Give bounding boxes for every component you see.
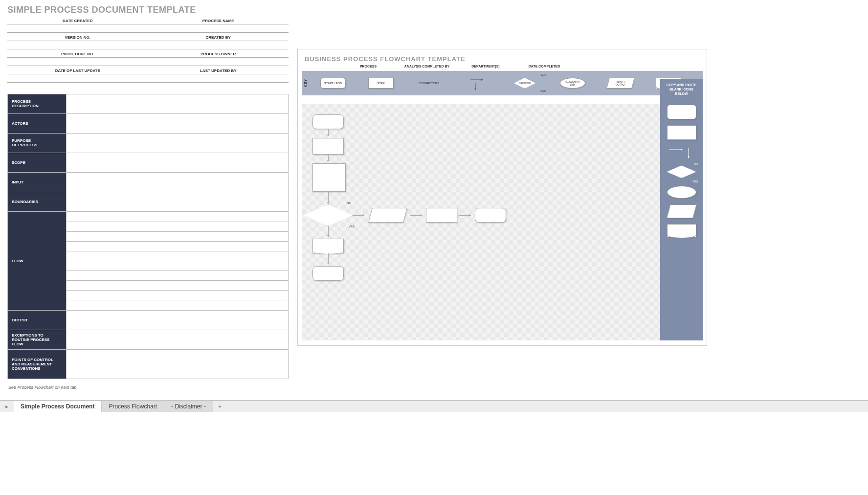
label-process-name: PROCESS NAME [148, 16, 289, 24]
tab-disclaimer[interactable]: - Disclaimer - [164, 401, 213, 412]
svg-marker-3 [474, 89, 476, 90]
canvas-step-2[interactable] [312, 163, 346, 192]
key-decision: NO DECISION YES [501, 78, 549, 89]
canvas-terminator-3[interactable] [312, 266, 344, 281]
value-last-updated-by[interactable] [148, 74, 289, 82]
section-flow: FLOW [8, 211, 67, 310]
arrow-v-1 [328, 129, 329, 136]
canvas-yes-label: YES [349, 225, 355, 228]
flow-meta-process: PROCESS [339, 65, 398, 68]
arrow-h-1 [353, 215, 364, 216]
section-process-description: PROCESS DESCRIPTION [8, 94, 67, 113]
copy-connector-icon[interactable] [667, 146, 696, 159]
section-scope: SCOPE [8, 153, 67, 172]
meta-table: DATE CREATEDPROCESS NAME VERSION NO.CREA… [7, 16, 289, 83]
cell-flow[interactable] [67, 211, 289, 310]
copy-decision-icon[interactable]: NO YES [667, 165, 696, 180]
copy-parallelogram-icon[interactable] [667, 204, 697, 218]
label-date-created: DATE CREATED [7, 16, 148, 24]
svg-marker-1 [481, 79, 483, 81]
value-procedure-no[interactable] [7, 57, 148, 66]
canvas-no-label: NO [347, 202, 351, 204]
arrow-v-4 [328, 226, 329, 237]
tab-nav-prev[interactable]: ▸ [0, 403, 14, 410]
copy-doc-icon[interactable] [667, 224, 696, 237]
cell-scope[interactable] [67, 153, 289, 172]
flowchart-meta: PROCESS ANALYSIS COMPLETED BY DEPARTMENT… [298, 65, 707, 71]
section-table: PROCESS DESCRIPTION ACTORS PURPOSE OF PR… [7, 94, 289, 379]
cell-output[interactable] [67, 310, 289, 330]
cell-actors[interactable] [67, 113, 289, 133]
tab-process-flowchart[interactable]: Process Flowchart [102, 401, 164, 412]
flowchart-panel: BUSINESS PROCESS FLOWCHART TEMPLATE PROC… [297, 49, 707, 346]
canvas-doc[interactable] [312, 239, 344, 253]
flowchart-title: BUSINESS PROCESS FLOWCHART TEMPLATE [298, 49, 707, 65]
label-created-by: CREATED BY [148, 32, 289, 41]
arrow-h-2 [410, 215, 422, 216]
label-procedure-no: PROCEDURE NO. [7, 49, 148, 57]
value-process-owner[interactable] [148, 57, 289, 66]
canvas-terminator-2[interactable] [475, 208, 506, 223]
canvas-terminator-1[interactable] [312, 114, 344, 129]
cell-exceptions[interactable] [67, 330, 289, 349]
key-label: KEY [302, 79, 309, 87]
label-last-updated-by: LAST UPDATED BY [148, 66, 289, 74]
canvas-io[interactable] [368, 208, 407, 223]
section-output: OUTPUT [8, 310, 67, 330]
copy-terminator-icon[interactable] [667, 105, 696, 119]
label-process-owner: PROCESS OWNER [148, 49, 289, 57]
key-connectors: CONNECTORS [405, 82, 453, 85]
section-boundaries: BOUNDARIES [8, 192, 67, 211]
connector-arrows-icon [469, 76, 484, 90]
section-exceptions: EXCEPTIONS TO ROUTINE PROCESS FLOW [8, 330, 67, 349]
arrow-v-5 [328, 253, 329, 264]
section-input: INPUT [8, 172, 67, 192]
copy-step-icon[interactable] [667, 125, 696, 140]
arrow-v-3 [328, 192, 329, 203]
copy-ellipse-icon[interactable] [667, 186, 696, 199]
flow-meta-dept: DEPARTMENT(S) [456, 65, 515, 68]
cell-input[interactable] [67, 172, 289, 192]
cell-points-control[interactable] [67, 349, 289, 379]
key-flowchart-link: FLOWCHART LINK [549, 78, 597, 89]
arrow-h-3 [459, 215, 471, 216]
section-points-control: POINTS OF CONTROL AND MEASUREMENT CONVEN… [8, 349, 67, 379]
canvas-area[interactable]: NO YES [302, 104, 660, 340]
canvas-step-1[interactable] [312, 138, 344, 155]
value-version-no[interactable] [7, 41, 148, 49]
key-connector-arrows [453, 76, 501, 90]
copy-panel: COPY AND PASTE BLANK ICONS BELOW NO YES [660, 79, 703, 340]
canvas-decision[interactable] [304, 204, 353, 226]
key-step: STEP [357, 78, 405, 89]
flow-meta-date: DATE COMPLETED [515, 65, 574, 68]
tab-simple-process-document[interactable]: Simple Process Document [14, 401, 102, 412]
footer-note: See Process Flowchart on next tab [7, 385, 289, 390]
label-version-no: VERSION NO. [7, 32, 148, 41]
section-actors: ACTORS [8, 113, 67, 133]
flow-sub-table [67, 212, 288, 310]
value-process-name[interactable] [148, 24, 289, 32]
value-date-last-update[interactable] [7, 74, 148, 82]
key-input-output: INPUT / OUTPUT [597, 78, 645, 89]
page-title: SIMPLE PROCESS DOCUMENT TEMPLATE [7, 5, 196, 15]
canvas-step-3[interactable] [426, 208, 457, 223]
tab-add-button[interactable]: + [213, 403, 227, 410]
svg-marker-7 [688, 157, 690, 158]
copy-label: COPY AND PASTE BLANK ICONS BELOW [665, 82, 698, 99]
value-created-by[interactable] [148, 41, 289, 49]
key-start-end: START / END [309, 78, 357, 89]
section-purpose: PURPOSE OF PROCESS [8, 133, 67, 153]
tab-bar: ▸ Simple Process Document Process Flowch… [0, 400, 868, 412]
key-bar: KEY START / END STEP CONNECTORS NO DECIS… [302, 71, 703, 95]
arrow-v-2 [328, 155, 329, 161]
left-panel: DATE CREATEDPROCESS NAME VERSION NO.CREA… [7, 16, 289, 390]
flow-meta-analyst: ANALYSIS COMPLETED BY [398, 65, 456, 68]
cell-boundaries[interactable] [67, 192, 289, 211]
label-date-last-update: DATE OF LAST UPDATE [7, 66, 148, 74]
cell-purpose[interactable] [67, 133, 289, 153]
svg-marker-5 [681, 149, 683, 151]
value-date-created[interactable] [7, 24, 148, 32]
cell-process-description[interactable] [67, 94, 289, 113]
